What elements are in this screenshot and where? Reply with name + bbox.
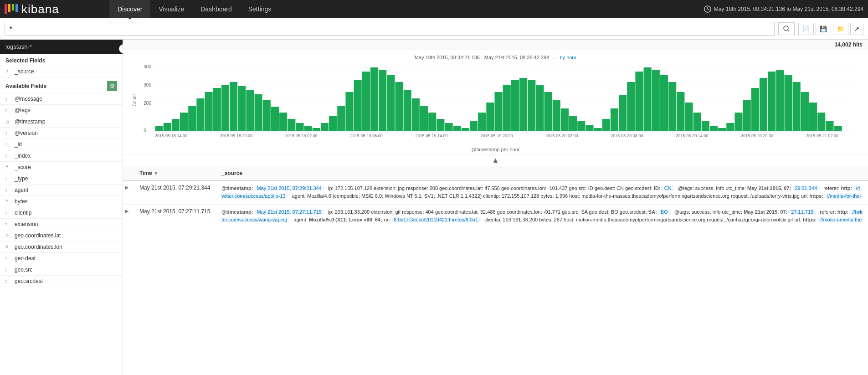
expand-row-button[interactable]: ▶	[123, 205, 134, 228]
available-field-@tags[interactable]: t@tags	[0, 105, 123, 116]
available-field-bytes[interactable]: #bytes	[0, 196, 123, 207]
nav-settings[interactable]: Settings	[240, 0, 280, 18]
save-search-button[interactable]: 💾	[816, 23, 831, 35]
available-field-clientip[interactable]: tclientip	[0, 207, 123, 219]
bar-11	[246, 90, 254, 131]
available-field-extension[interactable]: textension	[0, 219, 123, 230]
available-field-_id[interactable]: t_id	[0, 139, 123, 150]
field-name: geo.srcdest	[15, 278, 43, 284]
logo-bars	[5, 4, 18, 14]
source-field-val: 29:21.344	[792, 185, 820, 191]
bar-58	[635, 72, 643, 131]
bar-46	[536, 85, 544, 131]
x-tick: 2015-05-20 02:00	[545, 134, 578, 138]
bar-18	[304, 126, 312, 131]
chart-title: May 18th 2015, 08:34:21.136 - May 21st 2…	[132, 55, 859, 60]
source-text: geo.src:	[562, 209, 581, 215]
bar-53	[594, 128, 602, 131]
available-field-_index[interactable]: t_index	[0, 150, 123, 162]
time-range-display[interactable]: May 18th 2015, 08:34:21.136 to May 21st …	[704, 5, 868, 13]
bar-60	[652, 70, 660, 131]
th-time[interactable]: Time ▼	[134, 166, 216, 180]
bar-82	[834, 126, 842, 131]
bar-25	[362, 72, 370, 131]
new-search-button[interactable]: 📄	[798, 23, 814, 35]
source-text: agent:	[293, 217, 309, 222]
logo-bar-3	[12, 4, 14, 10]
nav-dashboard[interactable]: Dashboard	[192, 0, 240, 18]
bar-27	[379, 70, 386, 131]
chart-container: Count 400 300 200 0 2015-05-18 14:002015…	[132, 63, 859, 145]
source-text: extension:	[374, 185, 398, 191]
index-pattern-label: logstash-*	[5, 43, 32, 50]
bar-51	[577, 121, 585, 131]
x-tick: 2015-05-19 20:00	[480, 134, 513, 138]
bar-23	[345, 92, 353, 131]
field-name: _index	[15, 153, 31, 159]
bar-5	[196, 98, 204, 131]
bar-68	[718, 128, 726, 131]
field-name: geo.src	[15, 267, 32, 273]
nav-visualize[interactable]: Visualize	[150, 0, 192, 18]
available-field-_type[interactable]: t_type	[0, 173, 123, 185]
source-text: @tags:	[674, 209, 692, 215]
share-search-button[interactable]: ↗	[850, 23, 863, 35]
field-type: t	[5, 256, 12, 261]
source-cell: @timestamp: May 21st 2015, 07:29:21.344 …	[216, 180, 868, 205]
source-text: gif	[395, 209, 402, 215]
source-field-val: BO	[658, 209, 671, 215]
source-content: @timestamp: May 21st 2015, 07:27:11.715 …	[221, 208, 863, 224]
available-field-geo.src[interactable]: tgeo.src	[0, 264, 123, 276]
source-field-key: http:	[841, 185, 852, 191]
available-field-@version[interactable]: t@version	[0, 128, 123, 139]
bar-33	[428, 113, 436, 131]
bar-64	[685, 103, 693, 131]
table-row: ▶ May 21st 2015, 07:27:11.715 @timestamp…	[123, 205, 868, 228]
main-layout: logstash-* ‹ Selected Fields ? _source A…	[0, 40, 868, 375]
available-field-geo.coordinates.lon[interactable]: #geo.coordinates.lon	[0, 241, 123, 253]
logo-bar-2	[8, 4, 10, 12]
by-hour-link[interactable]: by hour	[560, 55, 576, 60]
available-field-geo.coordinates.lat[interactable]: #geo.coordinates.lat	[0, 230, 123, 241]
available-field-agent[interactable]: tagent	[0, 185, 123, 196]
nav-discover[interactable]: Discover	[109, 0, 150, 18]
available-fields-label: Available Fields	[5, 83, 46, 89]
logo-bar-4	[15, 4, 18, 12]
source-text: CN	[616, 185, 625, 191]
bar-1	[164, 123, 171, 131]
selected-field-source[interactable]: ? _source	[0, 66, 123, 77]
available-field-@timestamp[interactable]: ⊙@timestamp	[0, 116, 123, 128]
bar-44	[519, 78, 527, 131]
expand-row-button[interactable]: ▶	[123, 180, 134, 205]
field-name: _type	[15, 175, 28, 182]
available-field-geo.srcdest[interactable]: tgeo.srcdest	[0, 276, 123, 287]
available-field-geo.dest[interactable]: tgeo.dest	[0, 253, 123, 264]
search-button[interactable]	[778, 22, 795, 35]
load-search-button[interactable]: 📁	[833, 23, 848, 35]
source-text: ip:	[328, 185, 335, 191]
time-cell: May 21st 2015, 07:27:11.715	[134, 205, 216, 228]
field-type: t	[5, 142, 12, 147]
search-input[interactable]	[5, 22, 775, 36]
fields-settings-button[interactable]: ⚙	[107, 81, 117, 91]
available-fields-list: t@messaget@tags⊙@timestampt@versiont_idt…	[0, 93, 123, 287]
available-field-_score[interactable]: #_score	[0, 162, 123, 173]
source-text: -101.437	[548, 185, 569, 191]
source-text: geo.coordinates.lat:	[439, 185, 484, 191]
y-axis-label: Count	[132, 94, 137, 107]
source-field-key: @timestamp:	[221, 185, 253, 191]
source-text: 172.155.107.128	[335, 185, 374, 191]
source-text: geo.coordinates.lon:	[497, 209, 544, 215]
source-text: utc_time:	[725, 185, 747, 191]
available-field-@message[interactable]: t@message	[0, 93, 123, 105]
bar-3	[180, 113, 188, 131]
source-text: ip:	[328, 209, 335, 215]
clock-icon	[704, 5, 711, 13]
source-text: 203.161.33.200	[503, 217, 539, 222]
bar-50	[569, 116, 577, 131]
source-text: @tags:	[678, 185, 695, 191]
collapse-chart-button[interactable]: ▲	[123, 154, 868, 166]
x-tick: 2015-05-18 14:00	[155, 134, 187, 138]
bar-59	[644, 67, 652, 131]
bar-0	[155, 126, 163, 131]
